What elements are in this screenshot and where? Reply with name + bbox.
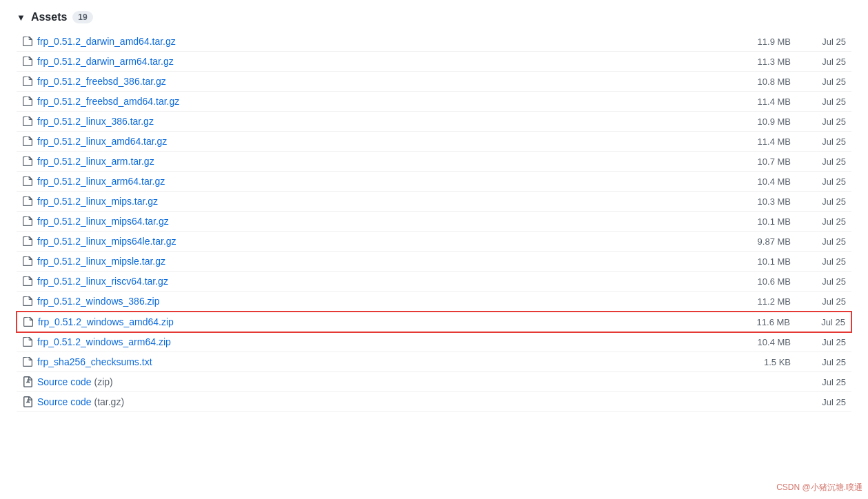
- asset-size: 10.6 MB: [708, 276, 791, 287]
- asset-row: frp_0.51.2_linux_mips64le.tar.gz 9.87 MB…: [17, 232, 851, 252]
- assets-title: Assets: [31, 11, 67, 23]
- file-icon: [22, 176, 33, 187]
- asset-row: frp_0.51.2_freebsd_amd64.tar.gz 11.4 MB …: [17, 92, 851, 112]
- asset-name: frp_0.51.2_darwin_arm64.tar.gz: [22, 56, 708, 67]
- asset-date: Jul 25: [790, 317, 845, 327]
- asset-link[interactable]: frp_0.51.2_linux_mips.tar.gz: [37, 196, 158, 207]
- source-icon: [22, 396, 33, 407]
- source-date: Jul 25: [791, 397, 846, 407]
- asset-name: frp_0.51.2_freebsd_amd64.tar.gz: [22, 96, 708, 107]
- file-icon: [23, 316, 34, 327]
- asset-size: 11.2 MB: [708, 296, 791, 307]
- asset-link[interactable]: frp_0.51.2_linux_mips64.tar.gz: [37, 216, 169, 227]
- asset-date: Jul 25: [791, 256, 846, 267]
- asset-date: Jul 25: [791, 236, 846, 247]
- file-icon: [22, 216, 33, 227]
- asset-link[interactable]: frp_0.51.2_linux_mips64le.tar.gz: [37, 236, 176, 247]
- asset-link[interactable]: frp_0.51.2_windows_amd64.zip: [38, 316, 174, 327]
- asset-name: frp_0.51.2_freebsd_386.tar.gz: [22, 76, 708, 87]
- file-icon: [22, 96, 33, 107]
- asset-date: Jul 25: [791, 77, 846, 87]
- file-icon: [22, 236, 33, 247]
- file-icon: [22, 256, 33, 267]
- asset-date: Jul 25: [791, 176, 846, 187]
- asset-row: frp_0.51.2_windows_386.zip 11.2 MB Jul 2…: [17, 292, 851, 312]
- asset-row: frp_0.51.2_windows_arm64.zip 10.4 MB Jul…: [17, 332, 851, 352]
- source-date: Jul 25: [791, 377, 846, 387]
- asset-date: Jul 25: [791, 57, 846, 67]
- asset-date: Jul 25: [791, 216, 846, 227]
- asset-name: frp_0.51.2_windows_386.zip: [22, 296, 708, 307]
- asset-name: frp_0.51.2_linux_mips64.tar.gz: [22, 216, 708, 227]
- asset-size: 9.87 MB: [708, 236, 791, 247]
- asset-date: Jul 25: [791, 357, 846, 367]
- file-icon: [22, 336, 33, 347]
- asset-row: frp_0.51.2_linux_riscv64.tar.gz 10.6 MB …: [17, 272, 851, 292]
- asset-link[interactable]: frp_0.51.2_linux_386.tar.gz: [37, 116, 154, 127]
- asset-row: frp_0.51.2_darwin_amd64.tar.gz 11.9 MB J…: [17, 32, 851, 52]
- asset-link[interactable]: frp_0.51.2_linux_amd64.tar.gz: [37, 136, 167, 147]
- asset-link[interactable]: frp_0.51.2_linux_mipsle.tar.gz: [37, 256, 165, 267]
- asset-row: frp_sha256_checksums.txt 1.5 KB Jul 25: [17, 352, 851, 372]
- asset-link[interactable]: frp_0.51.2_linux_riscv64.tar.gz: [37, 276, 168, 287]
- asset-name: frp_0.51.2_linux_arm.tar.gz: [22, 156, 708, 167]
- asset-size: 10.1 MB: [708, 256, 791, 267]
- asset-size: 10.4 MB: [708, 176, 791, 187]
- asset-row: frp_0.51.2_linux_arm64.tar.gz 10.4 MB Ju…: [17, 172, 851, 192]
- asset-link[interactable]: frp_sha256_checksums.txt: [37, 356, 152, 367]
- asset-size: 11.6 MB: [707, 317, 790, 327]
- file-icon: [22, 276, 33, 287]
- asset-size: 10.1 MB: [708, 216, 791, 227]
- asset-row: frp_0.51.2_linux_386.tar.gz 10.9 MB Jul …: [17, 112, 851, 132]
- asset-row: frp_0.51.2_freebsd_386.tar.gz 10.8 MB Ju…: [17, 72, 851, 92]
- asset-size: 1.5 KB: [708, 357, 791, 367]
- source-link[interactable]: Source code (tar.gz): [37, 396, 124, 407]
- asset-list: frp_0.51.2_darwin_amd64.tar.gz 11.9 MB J…: [17, 32, 851, 412]
- asset-size: 11.9 MB: [708, 37, 791, 47]
- asset-name: frp_0.51.2_linux_mips64le.tar.gz: [22, 236, 708, 247]
- file-icon: [22, 156, 33, 167]
- asset-name: frp_0.51.2_linux_mips.tar.gz: [22, 196, 708, 207]
- asset-link[interactable]: frp_0.51.2_freebsd_amd64.tar.gz: [37, 96, 179, 107]
- file-icon: [22, 56, 33, 67]
- asset-link[interactable]: frp_0.51.2_windows_386.zip: [37, 296, 159, 307]
- asset-date: Jul 25: [791, 276, 846, 287]
- asset-row: frp_0.51.2_darwin_arm64.tar.gz 11.3 MB J…: [17, 52, 851, 72]
- asset-row: frp_0.51.2_linux_arm.tar.gz 10.7 MB Jul …: [17, 152, 851, 172]
- assets-count: 19: [72, 11, 92, 23]
- asset-date: Jul 25: [791, 116, 846, 127]
- asset-link[interactable]: frp_0.51.2_linux_arm.tar.gz: [37, 156, 154, 167]
- asset-size: 10.8 MB: [708, 77, 791, 87]
- source-name: Source code (zip): [22, 376, 708, 387]
- asset-name: frp_0.51.2_windows_arm64.zip: [22, 336, 708, 347]
- asset-link[interactable]: frp_0.51.2_windows_arm64.zip: [37, 336, 171, 347]
- asset-link[interactable]: frp_0.51.2_darwin_arm64.tar.gz: [37, 56, 174, 67]
- asset-name: frp_0.51.2_linux_mipsle.tar.gz: [22, 256, 708, 267]
- asset-date: Jul 25: [791, 337, 846, 347]
- asset-name: frp_0.51.2_linux_amd64.tar.gz: [22, 136, 708, 147]
- source-name: Source code (tar.gz): [22, 396, 708, 407]
- asset-size: 10.4 MB: [708, 337, 791, 347]
- assets-header: ▼ Assets 19: [17, 11, 851, 23]
- asset-link[interactable]: frp_0.51.2_darwin_amd64.tar.gz: [37, 36, 176, 47]
- file-icon: [22, 116, 33, 127]
- asset-row: frp_0.51.2_linux_mips.tar.gz 10.3 MB Jul…: [17, 192, 851, 212]
- source-code-row: Source code (zip) Jul 25: [17, 372, 851, 392]
- asset-size: 10.7 MB: [708, 156, 791, 167]
- asset-link[interactable]: frp_0.51.2_linux_arm64.tar.gz: [37, 176, 165, 187]
- watermark: CSDN @小猪沉塘.噗通: [776, 482, 862, 493]
- assets-container: ▼ Assets 19 frp_0.51.2_darwin_amd64.tar.…: [0, 0, 868, 423]
- asset-row: frp_0.51.2_linux_mips64.tar.gz 10.1 MB J…: [17, 212, 851, 232]
- source-icon: [22, 376, 33, 387]
- asset-name: frp_0.51.2_linux_386.tar.gz: [22, 116, 708, 127]
- source-link[interactable]: Source code (zip): [37, 376, 113, 387]
- asset-link[interactable]: frp_0.51.2_freebsd_386.tar.gz: [37, 76, 166, 87]
- asset-name: frp_0.51.2_windows_amd64.zip: [23, 316, 707, 327]
- asset-size: 11.4 MB: [708, 96, 791, 107]
- assets-toggle[interactable]: ▼: [17, 12, 26, 23]
- asset-size: 10.3 MB: [708, 196, 791, 207]
- asset-date: Jul 25: [791, 136, 846, 147]
- file-icon: [22, 136, 33, 147]
- file-icon: [22, 76, 33, 87]
- file-icon: [22, 356, 33, 367]
